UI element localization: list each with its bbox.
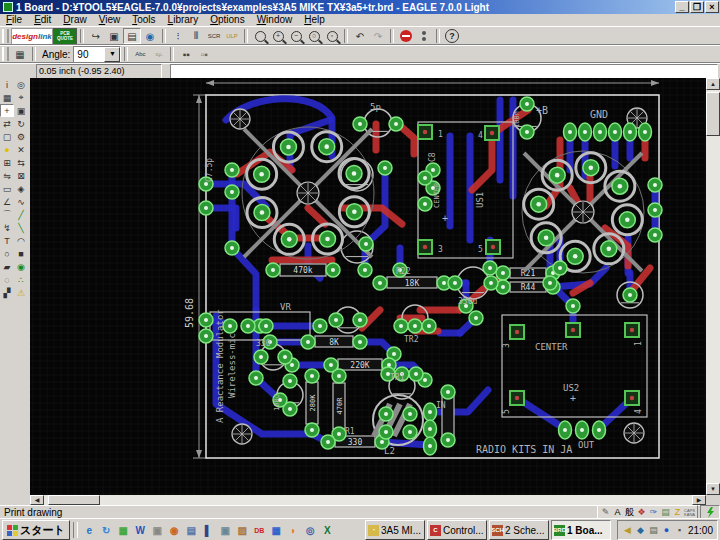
notebook-icon[interactable]: ▌ bbox=[201, 523, 216, 538]
delete-tool[interactable]: ✕ bbox=[14, 143, 28, 156]
menu-file[interactable]: File bbox=[0, 14, 28, 26]
zoom-out-icon[interactable]: − bbox=[287, 28, 305, 44]
scroll-right-button[interactable]: ▶ bbox=[692, 495, 706, 505]
menu-view[interactable]: View bbox=[93, 14, 127, 26]
media-player-icon[interactable]: ◉ bbox=[167, 523, 182, 538]
pcb-quote-button[interactable]: PCB QUOTE bbox=[53, 28, 77, 45]
smash-tool[interactable]: ◈ bbox=[14, 182, 28, 195]
pen-memo-icon[interactable]: ✎ bbox=[600, 507, 611, 518]
redo-icon[interactable]: ↷ bbox=[369, 28, 387, 44]
route-tool[interactable]: ╱ bbox=[14, 208, 28, 221]
vertical-scrollbar[interactable]: ▲ ▼ bbox=[706, 78, 720, 495]
show-tool[interactable]: ◎ bbox=[14, 78, 28, 91]
info-tool[interactable]: i bbox=[0, 78, 14, 91]
text-mirror-icon[interactable]: x̶y̶ bbox=[149, 46, 167, 62]
stop-icon[interactable] bbox=[397, 28, 415, 44]
menu-help[interactable]: Help bbox=[298, 14, 331, 26]
ie-icon[interactable]: e bbox=[82, 523, 97, 538]
minimize-button[interactable]: _ bbox=[675, 1, 689, 13]
pcb-canvas[interactable]: 470k18KR21R448K220K330470R280K5pC7.5p+BG… bbox=[30, 78, 706, 495]
pinswap-tool[interactable]: ⇆ bbox=[14, 156, 28, 169]
polygon-tool[interactable]: ▰ bbox=[0, 260, 14, 273]
replace-tool[interactable]: ⇋ bbox=[0, 169, 14, 182]
show-desktop-icon[interactable]: ▤ bbox=[184, 523, 199, 538]
toolbar-grip[interactable] bbox=[2, 47, 9, 61]
ime-pen-icon[interactable]: ✑ bbox=[648, 507, 659, 518]
media-green-icon[interactable]: ▦ bbox=[116, 523, 131, 538]
arc-tool[interactable]: ◠ bbox=[14, 234, 28, 247]
script-scr-icon[interactable]: SCR bbox=[205, 28, 223, 44]
copy-tool[interactable]: ▣ bbox=[14, 104, 28, 117]
word-icon[interactable]: W bbox=[133, 523, 148, 538]
lock-tray-icon[interactable]: ▪ bbox=[674, 525, 685, 536]
chevron-down-icon[interactable]: ▼ bbox=[104, 47, 120, 62]
task-control-panel[interactable]: CControl... bbox=[427, 520, 487, 540]
print-icon[interactable]: ▤ bbox=[123, 28, 141, 44]
cam-icon[interactable]: ◉ bbox=[141, 28, 159, 44]
optimize-tool[interactable]: ⌒ bbox=[0, 208, 14, 221]
via-tool[interactable]: ◉ bbox=[14, 260, 28, 273]
shield-icon[interactable]: ◆ bbox=[635, 525, 646, 536]
text-abc-icon[interactable]: Abc bbox=[131, 46, 149, 62]
ime-tools-icon[interactable]: Z bbox=[672, 507, 683, 518]
pad-display-solid-icon[interactable]: ▪▪ bbox=[177, 46, 195, 62]
traffic-light-icon[interactable] bbox=[415, 28, 433, 44]
design-link-button[interactable]: designlink bbox=[11, 28, 53, 45]
toolbar-grip[interactable] bbox=[2, 29, 9, 43]
restore-button[interactable]: ❐ bbox=[690, 1, 704, 13]
menu-options[interactable]: Options bbox=[204, 14, 250, 26]
vertical-scroll-thumb[interactable] bbox=[706, 92, 720, 136]
task-schematic[interactable]: SCH2 Sche... bbox=[489, 520, 549, 540]
volume-icon[interactable]: ◀ bbox=[622, 525, 633, 536]
ime-mode-a[interactable]: A bbox=[612, 507, 623, 518]
start-button[interactable]: スタート bbox=[2, 520, 70, 540]
zoom-in-icon[interactable]: + bbox=[269, 28, 287, 44]
ime-mode-kanji[interactable]: 般 bbox=[624, 507, 635, 518]
errors-tool[interactable]: ⚠ bbox=[14, 286, 28, 299]
text-tool[interactable]: T bbox=[0, 234, 14, 247]
move-tool[interactable]: + bbox=[0, 104, 14, 117]
group-tool[interactable]: ▢ bbox=[0, 130, 14, 143]
menu-edit[interactable]: Edit bbox=[28, 14, 57, 26]
mail-icon[interactable]: ↻ bbox=[99, 523, 114, 538]
add-tool[interactable]: ⊞ bbox=[0, 156, 14, 169]
open-icon[interactable]: ↪ bbox=[87, 28, 105, 44]
circle-tool[interactable]: ○ bbox=[0, 247, 14, 260]
change-tool[interactable]: ⚙ bbox=[14, 130, 28, 143]
rotate-tool[interactable]: ↻ bbox=[14, 117, 28, 130]
angle-select[interactable]: 90▼ bbox=[73, 46, 121, 63]
ratsnest-tool[interactable]: ∴ bbox=[14, 273, 28, 286]
help-icon[interactable]: ? bbox=[443, 28, 461, 44]
grid-icon[interactable]: ▦ bbox=[11, 46, 29, 62]
undo-icon[interactable]: ↶ bbox=[351, 28, 369, 44]
name-tool[interactable]: ▭ bbox=[0, 182, 14, 195]
menu-draw[interactable]: Draw bbox=[57, 14, 92, 26]
scroll-up-button[interactable]: ▲ bbox=[706, 78, 720, 90]
mark-tool[interactable]: ⌖ bbox=[14, 91, 28, 104]
firefox-icon[interactable]: ◗ bbox=[286, 523, 301, 538]
scroll-down-button[interactable]: ▼ bbox=[706, 483, 720, 495]
wire-tool[interactable]: ╲ bbox=[14, 221, 28, 234]
task-board[interactable]: BRD1 Boa... bbox=[551, 520, 611, 540]
menu-tools[interactable]: Tools bbox=[126, 14, 161, 26]
rect-tool[interactable]: ■ bbox=[14, 247, 28, 260]
hole-tool[interactable]: ◌ bbox=[0, 273, 14, 286]
pad-display-cross-icon[interactable]: ▫▪ bbox=[195, 46, 213, 62]
save-icon[interactable]: ▣ bbox=[105, 28, 123, 44]
image-app-icon[interactable]: ▨ bbox=[235, 523, 250, 538]
lock-tool[interactable]: ⊠ bbox=[14, 169, 28, 182]
paint-tool[interactable]: ● bbox=[0, 143, 14, 156]
zoom-select-icon[interactable]: ▫ bbox=[323, 28, 341, 44]
gray-app-icon[interactable]: ▣ bbox=[150, 523, 165, 538]
db-app-icon[interactable]: DB bbox=[252, 523, 267, 538]
ime-dict-icon[interactable]: ▤ bbox=[660, 507, 671, 518]
menu-window[interactable]: Window bbox=[251, 14, 299, 26]
run-ulp-icon[interactable]: ULP bbox=[223, 28, 241, 44]
monitor-icon[interactable]: ▦ bbox=[269, 523, 284, 538]
mirror-tool[interactable]: ⇄ bbox=[0, 117, 14, 130]
menu-library[interactable]: Library bbox=[162, 14, 205, 26]
excel-icon[interactable]: X bbox=[320, 523, 335, 538]
miter-tool[interactable]: ∠ bbox=[0, 195, 14, 208]
ime-palette-icon[interactable]: ❖ bbox=[636, 507, 647, 518]
horizontal-scroll-thumb[interactable] bbox=[48, 495, 100, 505]
